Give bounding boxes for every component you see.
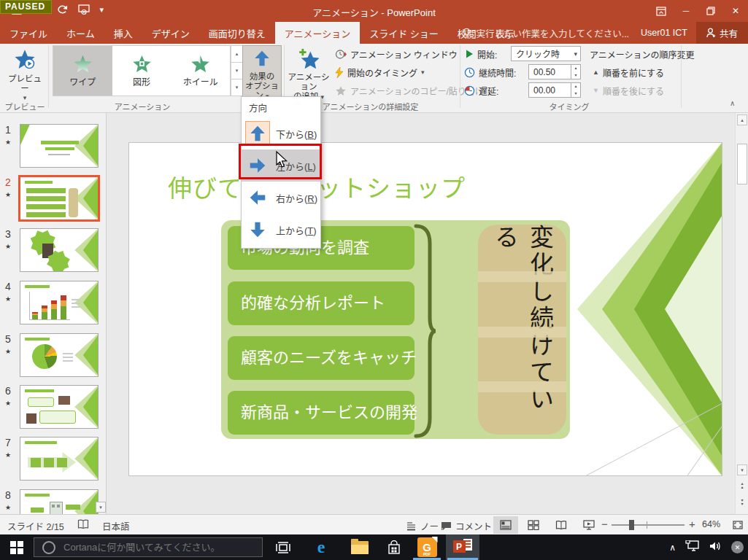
slide-box-2[interactable]: 的確な分析レポート	[228, 281, 415, 325]
tab-home[interactable]: ホーム	[57, 22, 104, 44]
tab-slideshow[interactable]: スライド ショー	[360, 22, 448, 44]
move-later-button[interactable]: ▼ 順番を後にする	[593, 82, 664, 98]
account-name[interactable]: User01 ICT	[641, 28, 687, 38]
animation-painter-button[interactable]: アニメーションのコピー/貼り付け	[335, 82, 484, 98]
task-view-button[interactable]	[267, 534, 299, 560]
spellcheck-book-icon[interactable]	[77, 519, 89, 529]
thumbnail-slide-1[interactable]	[20, 124, 99, 168]
language-indicator[interactable]: 日本語	[102, 519, 130, 533]
store-icon[interactable]	[378, 534, 410, 560]
cortana-search[interactable]	[34, 537, 263, 557]
thumbnail-graphic	[61, 295, 66, 319]
panel-scroll-down-icon[interactable]: ▾	[96, 502, 106, 513]
tab-insert[interactable]: 挿入	[104, 22, 142, 44]
tab-transitions[interactable]: 画面切り替え	[199, 22, 275, 44]
close-icon[interactable]: ✕	[723, 0, 748, 22]
scroll-down-icon[interactable]: ▾	[737, 464, 747, 475]
tray-expand-icon[interactable]: ∧	[669, 542, 676, 553]
add-animation-button[interactable]: アニメーション の追加 ▾	[287, 45, 331, 97]
zoom-out-button[interactable]: −	[601, 518, 608, 530]
gallery-more-icon[interactable]: ▾	[231, 79, 243, 96]
tab-design[interactable]: デザイン	[142, 22, 199, 44]
view-reading-button[interactable]	[549, 516, 574, 534]
menu-item-from-top[interactable]: 上から(T)	[242, 214, 320, 246]
file-explorer-icon[interactable]	[344, 534, 376, 560]
delay-value: 00.00	[529, 85, 571, 96]
start-select[interactable]: クリック時 ▾	[511, 46, 581, 61]
thumbnail-slide-6[interactable]	[20, 385, 99, 429]
network-icon[interactable]	[685, 540, 699, 555]
scroll-up-icon[interactable]: ▴	[737, 114, 747, 125]
trigger-button[interactable]: 開始のタイミング ▾	[335, 64, 425, 80]
fit-slide-to-window-button[interactable]	[725, 516, 748, 534]
tab-file[interactable]: ファイル	[0, 22, 57, 44]
scrollbar-thumb[interactable]	[737, 144, 747, 184]
duration-label: 継続時間:	[479, 66, 516, 79]
gallery-scroll-down-icon[interactable]: ▾	[231, 62, 243, 79]
zoom-slider-track[interactable]	[612, 524, 685, 526]
previous-slide-icon[interactable]: ▴▴	[737, 480, 747, 491]
view-normal-button[interactable]	[493, 516, 518, 534]
next-slide-icon[interactable]: ▾▾	[737, 497, 747, 508]
delay-spin-buttons[interactable]: ▴▾	[571, 83, 580, 97]
menu-header-direction: 方向	[242, 97, 320, 117]
slide-thumbnail-panel: 1 ★ 2 ★ 3 ★	[0, 113, 107, 514]
start-button[interactable]	[0, 534, 34, 560]
duration-clock-icon	[464, 67, 475, 78]
move-earlier-button[interactable]: ▲ 順番を前にする	[593, 64, 664, 80]
thumbnail-slide-5[interactable]	[20, 333, 99, 377]
preview-button[interactable]: プレビュー ▾	[4, 45, 45, 97]
curly-bracket-shape[interactable]	[412, 223, 436, 439]
effect-options-menu: 方向 下から(B) 左から(L) 右から(R) 上から(T)	[241, 96, 321, 249]
gallery-item-wipe[interactable]: ワイプ	[53, 46, 112, 96]
thumbnail-slide-3[interactable]	[20, 228, 99, 272]
thumbnail-slide-7[interactable]	[20, 437, 99, 481]
titlebar: PAUSED ▾ ▾ アニメーション - PowerPoint ─	[0, 0, 748, 22]
minimize-icon[interactable]: ─	[674, 0, 698, 22]
view-slide-sorter-button[interactable]	[521, 516, 546, 534]
pdf-app-icon[interactable]: GPDF	[411, 534, 443, 560]
gallery-item-shape[interactable]: 図形	[112, 46, 171, 96]
powerpoint-icon[interactable]: P	[447, 534, 479, 560]
thumbnail-slide-8[interactable]	[20, 489, 99, 514]
animation-pane-button[interactable]: アニメーション ウィンドウ	[335, 46, 458, 62]
reorder-up-icon: ▲	[593, 69, 599, 76]
delay-spinner[interactable]: 00.00 ▴▾	[528, 82, 581, 98]
ribbon-display-options-icon[interactable]	[649, 0, 674, 22]
effect-options-button[interactable]: 効果の オプション ▾	[242, 45, 282, 97]
menu-item-from-left[interactable]: 左から(L)	[242, 149, 320, 182]
restore-icon[interactable]	[698, 0, 723, 22]
thumbnail-slide-2[interactable]	[18, 175, 100, 222]
menu-item-from-bottom[interactable]: 下から(B)	[242, 117, 320, 149]
slide-decoration	[478, 381, 566, 392]
duration-spin-buttons[interactable]: ▴▾	[571, 65, 580, 79]
tab-animations[interactable]: アニメーション	[275, 22, 360, 44]
duration-spinner[interactable]: 00.50 ▴▾	[528, 64, 581, 79]
ribbon: プレビュー ▾ ワイプ 図形 ホイール ▴ ▾ ▾	[0, 44, 748, 113]
edge-icon[interactable]: e	[305, 534, 337, 560]
thumbnail-slide-4[interactable]	[20, 281, 99, 324]
thumbnail-graphic	[25, 285, 50, 288]
volume-icon[interactable]	[709, 540, 722, 555]
disconnected-icon[interactable]: ✕	[731, 541, 744, 553]
cortana-search-input[interactable]	[63, 542, 246, 553]
slide-box-3[interactable]: 顧客のニーズをキャッチ	[228, 336, 415, 380]
zoom-percent[interactable]: 64%	[702, 519, 720, 529]
menu-item-from-right[interactable]: 右から(R)	[242, 182, 320, 214]
comments-button[interactable]: コメント	[441, 519, 492, 533]
tell-me-box[interactable]: 実行したい作業を入力してください...	[462, 26, 629, 40]
share-button[interactable]: 共有	[696, 22, 748, 44]
gallery-item-wheel[interactable]: ホイール	[171, 46, 230, 96]
zoom-slider-thumb[interactable]	[629, 520, 634, 530]
zoom-in-button[interactable]: +	[689, 518, 695, 530]
slide-decoration	[478, 327, 566, 338]
direction-left-icon	[248, 188, 267, 207]
thumbnail-graphic	[32, 344, 57, 369]
collapse-ribbon-icon[interactable]: ∧	[730, 99, 735, 107]
thumb-number: 8	[5, 489, 17, 501]
thumbnail-graphic	[57, 505, 60, 508]
slide-canvas[interactable]: 伸びているペットショップ 市場の動向を調査 的確な分析レポート 顧客のニーズをキ…	[129, 143, 722, 475]
slide-box-4[interactable]: 新商品・サービスの開発	[228, 391, 415, 435]
gallery-scroll-up-icon[interactable]: ▴	[231, 45, 243, 62]
view-slideshow-button[interactable]	[577, 516, 601, 534]
